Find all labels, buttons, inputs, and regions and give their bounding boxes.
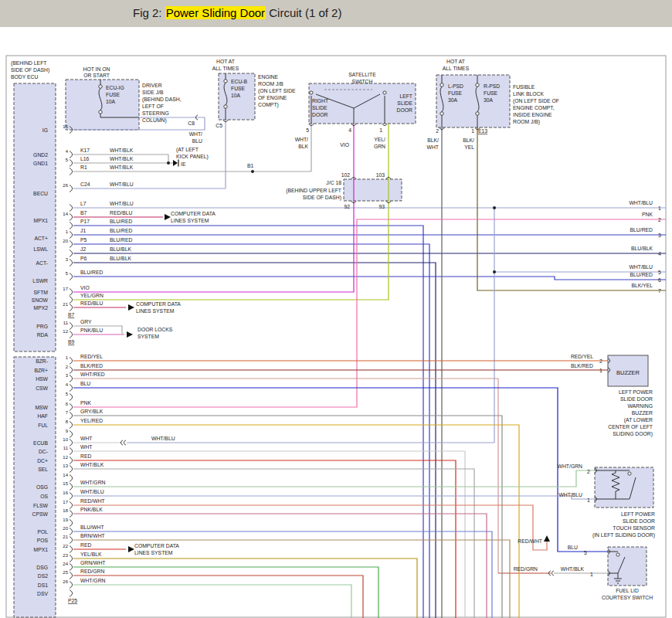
label: LEFT POWER (621, 511, 655, 517)
label: GRN (374, 144, 385, 149)
wire-color-label: GRY (80, 319, 92, 324)
pin-number: 9 (66, 429, 69, 433)
edge-wire-number: 7 (658, 288, 661, 294)
label: 92 (344, 204, 350, 209)
pin-bracket (70, 413, 73, 419)
label: ALL TIMES (212, 66, 239, 71)
pin-bracket (70, 304, 73, 311)
label: SLIDE DOOR (620, 396, 653, 402)
wire-color-label: BLU/RED (110, 237, 133, 243)
label: DOOR (397, 107, 412, 113)
label: L-PSD (448, 83, 463, 89)
wire-cpsw-pnkblk (73, 514, 487, 618)
edge-wire-label: PNK (642, 212, 653, 217)
wiring-diagram: 15IG4GND2K17WHT/BLK5GND1L16WHT/BLKR1WHT/… (0, 0, 672, 618)
wire-color-label: RED/YEL (80, 354, 103, 359)
wire-id: R1 (80, 165, 87, 170)
label: 5 (584, 550, 587, 555)
wire-ds2-redgrn (73, 576, 363, 618)
pin-name-CSW: CSW (36, 385, 48, 391)
pin-number: 21 (63, 535, 68, 539)
connector-cup (552, 571, 554, 576)
wire-color-label: WHT (80, 436, 92, 441)
wire-osg-whtgrn (73, 470, 595, 487)
pin-bracket (70, 367, 73, 374)
wire-csw-blu (73, 388, 608, 552)
pin-bracket (70, 185, 73, 192)
edge-wire-number: 5 (658, 270, 661, 275)
fuse-terminal (476, 112, 479, 115)
pin-name-CPSW: CPSW (32, 511, 49, 517)
computer-data-arrow-mpx1-lower (128, 546, 134, 552)
wire-dc-plus-red (73, 460, 456, 618)
wire-color-label: RED/BLU (110, 210, 133, 216)
label: (AT LOWER (624, 417, 653, 423)
pin-number: 20 (63, 526, 68, 531)
pin-number: 3 (66, 373, 69, 378)
wire-id: L7 (80, 201, 87, 206)
label: J/C 18 (326, 180, 341, 185)
label: SATELLITE (348, 72, 376, 77)
label: LINES SYSTEM (136, 308, 175, 314)
edge-wire-label: WHT/BLU (629, 264, 653, 270)
label: SLIDE (397, 100, 412, 106)
label: SIDE J/B (142, 90, 164, 95)
pin-name-ACT-: ACT- (36, 260, 48, 266)
label: BLK/ (463, 138, 474, 143)
pin-number: 2 (66, 365, 69, 369)
pin-number: 5 (66, 392, 69, 396)
label: SYSTEM (137, 334, 159, 339)
label: COMPUTER DATA (134, 543, 179, 548)
label: RIGHT (312, 98, 328, 104)
pin-name-HSW: HSW (36, 376, 48, 382)
label: VIO (340, 142, 349, 148)
wire-color-label: WHT/BLU (80, 489, 104, 494)
wire-color-label: PNK (80, 400, 91, 406)
pin-number: 17 (63, 500, 68, 504)
pin-name-MSW: MSW (35, 405, 48, 410)
pin-name-ACT+: ACT+ (34, 236, 48, 241)
pin-name-LSWR: LSWR (32, 278, 48, 284)
pin-number: 12 (63, 455, 68, 460)
label: P25 (68, 598, 77, 603)
pin-bracket (70, 555, 73, 562)
label: BLK/RED (571, 363, 593, 368)
label: (AT LEFT (176, 147, 199, 153)
pin-bracket (70, 582, 73, 589)
wire-id: C24 (80, 182, 90, 187)
label: YEL/ (374, 137, 385, 142)
edge-wire-number: 6 (658, 277, 661, 283)
wire-color-label: BLK/RED (80, 363, 103, 368)
label: (BEHIND UPPER LEFT (286, 188, 341, 194)
pin-bracket (70, 375, 73, 382)
label: BLK/ (427, 138, 439, 143)
wire-color-label: WHT/GRN (80, 480, 106, 485)
pin-name-FUL: FUL (38, 423, 48, 428)
label: 2 (587, 469, 590, 474)
label: OR START (83, 73, 110, 78)
edge-wire-number: 2 (658, 217, 661, 222)
pin-bracket (70, 394, 73, 401)
pin-name-HAF: HAF (37, 413, 48, 419)
pin-bracket (70, 404, 73, 411)
pin-number: 5 (66, 271, 69, 276)
pin-bracket (70, 422, 73, 429)
pin-name-PRG: PRG (36, 324, 48, 329)
door-locks-arrow (127, 331, 133, 338)
pin-number: 8 (66, 419, 69, 424)
wire-color-label: BLU/RED (80, 270, 104, 275)
pin-name-IG: IG (42, 127, 48, 133)
pin-bracket (70, 358, 73, 365)
label: CENTER OF LEFT (608, 424, 653, 430)
junction-connector-box (344, 179, 402, 201)
label: BODY ECU (11, 74, 38, 80)
wire-color-label: RED/WHT (80, 498, 105, 504)
label: FUSE (106, 92, 120, 97)
pin-bracket (70, 232, 73, 239)
pin-bracket (70, 502, 73, 509)
redwht-continuation-arrow (544, 535, 550, 542)
label: RED/WHT (518, 538, 542, 544)
pin-bracket (70, 222, 73, 229)
pin-name-DC+: DC+ (37, 458, 48, 464)
wire-id: P17 (80, 219, 90, 224)
